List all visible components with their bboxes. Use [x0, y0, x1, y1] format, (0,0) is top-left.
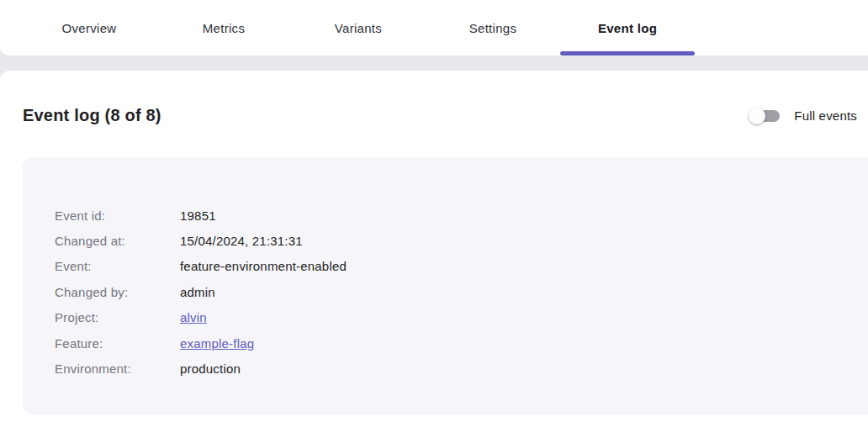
event-row-value-link[interactable]: alvin [180, 310, 207, 324]
event-row-label: Changed by: [55, 285, 180, 299]
event-rows: Event id:19851Changed at:15/04/2024, 21:… [55, 203, 868, 382]
event-row: Event id:19851 [55, 203, 868, 228]
active-tab-indicator [560, 51, 695, 55]
tab-label: Variants [335, 21, 382, 35]
toggle-knob-icon [749, 108, 765, 124]
tab-label: Metrics [203, 21, 245, 35]
page-title: Event log (8 of 8) [23, 106, 161, 125]
tab-label: Event log [598, 21, 657, 35]
event-row-label: Changed at: [55, 234, 180, 248]
event-row: Project:alvin [55, 305, 868, 330]
event-row-value: 15/04/2024, 21:31:31 [180, 234, 303, 248]
panel-header: Event log (8 of 8) Full events [0, 71, 868, 125]
tab-bar-nav: OverviewMetricsVariantsSettingsEvent log [22, 0, 868, 55]
tab-settings[interactable]: Settings [426, 0, 560, 55]
event-row-label: Project: [55, 310, 180, 324]
toggle-label: Full events [794, 108, 857, 123]
event-row-label: Event: [55, 259, 180, 273]
tab-overview[interactable]: Overview [22, 0, 156, 55]
tab-variants[interactable]: Variants [291, 0, 426, 55]
event-row: Feature:example-flag [55, 330, 868, 356]
event-row: Environment:production [55, 356, 868, 381]
event-row-label: Event id: [55, 208, 180, 223]
event-row-label: Environment: [55, 361, 180, 376]
tab-label: Settings [469, 21, 517, 35]
event-row: Event:feature-environment-enabled [55, 254, 868, 279]
event-row-value: production [180, 361, 241, 376]
event-row-label: Feature: [55, 336, 180, 351]
event-row-value: admin [180, 285, 215, 299]
event-row-value: feature-environment-enabled [180, 259, 347, 273]
tab-event-log[interactable]: Event log [560, 0, 695, 55]
tab-metrics[interactable]: Metrics [156, 0, 291, 55]
toggle-switch-icon[interactable] [751, 110, 780, 122]
tab-label: Overview [62, 21, 117, 35]
event-row-value-link[interactable]: example-flag [180, 336, 254, 351]
event-row: Changed at:15/04/2024, 21:31:31 [55, 228, 868, 253]
tab-bar: OverviewMetricsVariantsSettingsEvent log [0, 0, 868, 55]
event-row-value: 19851 [180, 208, 216, 223]
full-events-toggle[interactable]: Full events [751, 108, 857, 123]
content-panel: Event log (8 of 8) Full events Event id:… [0, 71, 868, 422]
event-card: Event id:19851Changed at:15/04/2024, 21:… [23, 157, 868, 414]
event-row: Changed by:admin [55, 279, 868, 304]
